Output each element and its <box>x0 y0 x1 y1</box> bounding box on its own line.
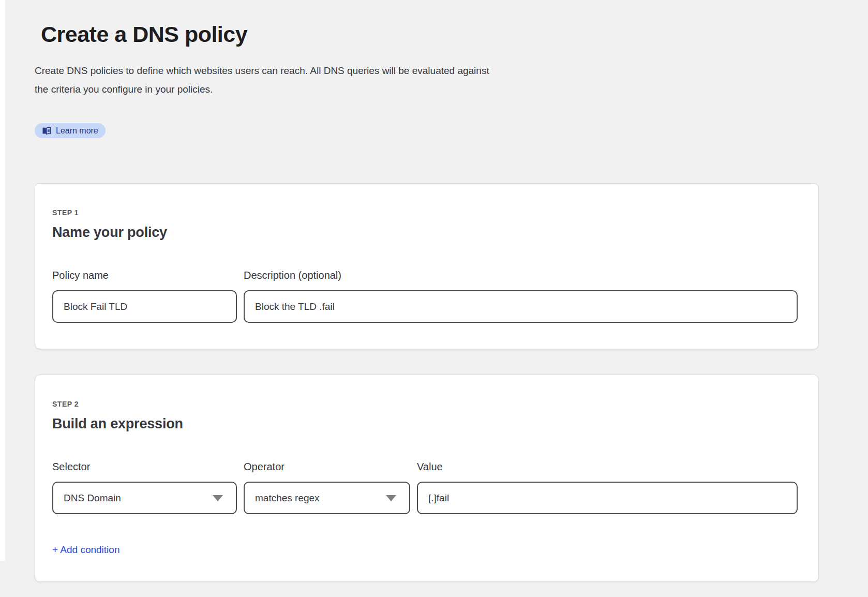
operator-field-group: Operator matches regex <box>244 461 410 514</box>
step-1-card: STEP 1 Name your policy Policy name Desc… <box>35 183 819 349</box>
step-2-heading: Build an expression <box>52 416 798 432</box>
add-condition-link[interactable]: + Add condition <box>52 544 119 556</box>
policy-name-input[interactable] <box>52 290 237 323</box>
description-label: Description (optional) <box>244 270 798 281</box>
page-title: Create a DNS policy <box>41 22 819 47</box>
selector-label: Selector <box>52 461 237 473</box>
selector-selected-value: DNS Domain <box>64 492 121 504</box>
step-1-fields: Policy name Description (optional) <box>52 270 798 323</box>
window-left-edge <box>0 0 5 561</box>
description-input[interactable] <box>244 290 798 323</box>
step-2-fields: Selector DNS Domain Operator matches reg… <box>52 461 798 514</box>
create-dns-policy-page: Create a DNS policy Create DNS policies … <box>35 0 819 582</box>
step-2-card: STEP 2 Build an expression Selector DNS … <box>35 375 819 582</box>
value-input[interactable] <box>417 482 798 514</box>
operator-selected-value: matches regex <box>255 492 320 504</box>
step-1-heading: Name your policy <box>52 225 798 241</box>
description-field-group: Description (optional) <box>244 270 798 323</box>
policy-name-field-group: Policy name <box>52 270 237 323</box>
step-2-label: STEP 2 <box>52 400 798 408</box>
policy-name-label: Policy name <box>52 270 237 281</box>
learn-more-button[interactable]: Learn more <box>35 123 106 138</box>
operator-dropdown[interactable]: matches regex <box>244 482 410 514</box>
value-label: Value <box>417 461 798 473</box>
operator-label: Operator <box>244 461 410 473</box>
book-icon <box>42 127 51 135</box>
caret-down-icon <box>386 495 396 501</box>
learn-more-label: Learn more <box>56 126 98 136</box>
selector-dropdown[interactable]: DNS Domain <box>52 482 237 514</box>
value-field-group: Value <box>417 461 798 514</box>
caret-down-icon <box>213 495 223 501</box>
step-1-label: STEP 1 <box>52 208 798 217</box>
selector-field-group: Selector DNS Domain <box>52 461 237 514</box>
page-description: Create DNS policies to define which webs… <box>35 62 500 99</box>
